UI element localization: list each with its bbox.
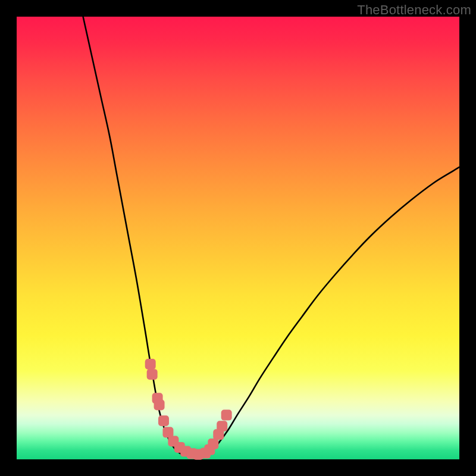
pink-dots-right (200, 410, 232, 459)
marker (221, 410, 232, 421)
chart-frame: TheBottleneck.com (0, 0, 476, 476)
chart-svg (17, 17, 459, 459)
watermark-text: TheBottleneck.com (357, 2, 471, 18)
marker (154, 399, 165, 410)
marker (217, 421, 227, 431)
marker (147, 369, 158, 380)
plot-area (17, 17, 459, 459)
marker (145, 359, 156, 369)
curve-left (83, 17, 181, 453)
pink-dots-left (145, 359, 203, 460)
curve-right (207, 167, 459, 453)
marker (158, 415, 169, 426)
marker (208, 439, 218, 449)
